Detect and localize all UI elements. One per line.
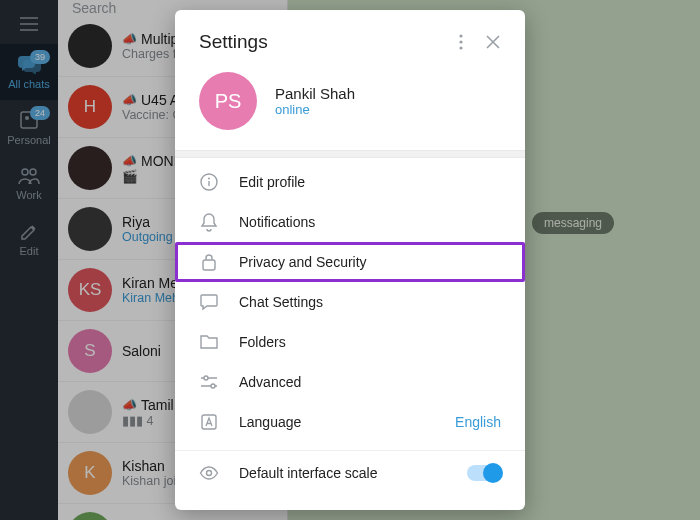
interface-scale-toggle[interactable] <box>467 465 501 481</box>
interface-scale-label: Default interface scale <box>239 465 378 481</box>
sliders-icon <box>199 372 219 392</box>
kebab-icon <box>459 34 463 50</box>
language-icon <box>199 412 219 432</box>
svg-point-10 <box>204 376 208 380</box>
settings-item-privacy[interactable]: Privacy and Security <box>175 242 525 282</box>
lock-icon <box>199 252 219 272</box>
settings-item-label: Folders <box>239 334 286 350</box>
settings-item-label: Language <box>239 414 301 430</box>
info-icon <box>199 172 219 192</box>
svg-point-11 <box>211 384 215 388</box>
settings-item-label: Edit profile <box>239 174 305 190</box>
profile-section[interactable]: PS Pankil Shah online <box>175 62 525 150</box>
settings-item-label: Privacy and Security <box>239 254 367 270</box>
folder-icon <box>199 332 219 352</box>
profile-status: online <box>275 102 355 117</box>
eye-icon <box>199 463 219 483</box>
settings-item-value: English <box>455 414 501 430</box>
profile-name: Pankil Shah <box>275 85 355 102</box>
profile-avatar: PS <box>199 72 257 130</box>
chat-icon <box>199 292 219 312</box>
settings-item-language[interactable]: LanguageEnglish <box>175 402 525 442</box>
more-button[interactable] <box>445 26 477 58</box>
svg-rect-9 <box>203 260 215 270</box>
svg-point-5 <box>459 40 462 43</box>
settings-menu: Edit profileNotificationsPrivacy and Sec… <box>175 158 525 446</box>
settings-item-label: Notifications <box>239 214 315 230</box>
settings-item-edit-profile[interactable]: Edit profile <box>175 162 525 202</box>
settings-modal: Settings PS Pankil Shah online Edit prof… <box>175 10 525 510</box>
settings-title: Settings <box>199 31 445 53</box>
settings-item-label: Advanced <box>239 374 301 390</box>
svg-point-4 <box>459 34 462 37</box>
interface-scale-row: Default interface scale <box>175 450 525 499</box>
settings-item-notifications[interactable]: Notifications <box>175 202 525 242</box>
close-button[interactable] <box>477 26 509 58</box>
svg-point-8 <box>208 178 210 180</box>
close-icon <box>486 35 500 49</box>
settings-item-chat-settings[interactable]: Chat Settings <box>175 282 525 322</box>
settings-item-advanced[interactable]: Advanced <box>175 362 525 402</box>
section-separator <box>175 150 525 158</box>
svg-point-6 <box>459 46 462 49</box>
modal-overlay[interactable]: Settings PS Pankil Shah online Edit prof… <box>0 0 700 520</box>
settings-item-label: Chat Settings <box>239 294 323 310</box>
bell-icon <box>199 212 219 232</box>
svg-point-13 <box>207 471 212 476</box>
settings-item-folders[interactable]: Folders <box>175 322 525 362</box>
